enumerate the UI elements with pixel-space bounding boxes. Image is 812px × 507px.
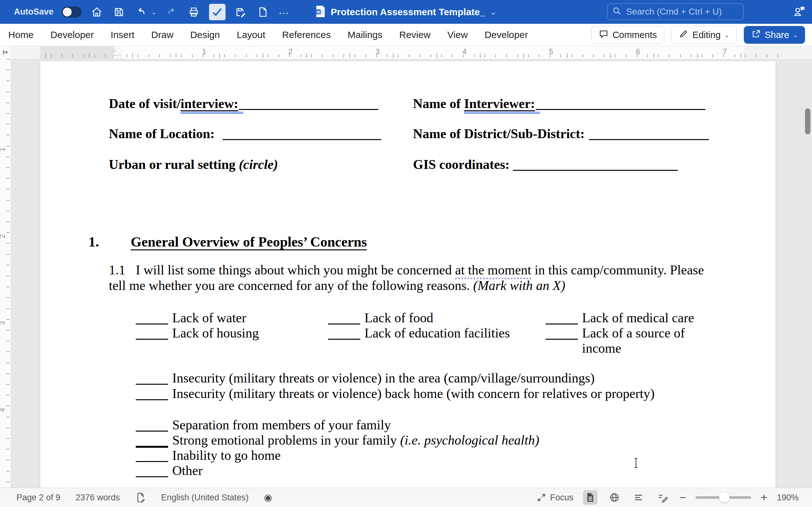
tab-view[interactable]: View (447, 30, 467, 40)
fill-in-blank (136, 433, 168, 448)
comment-icon (599, 29, 609, 41)
share-icon (751, 29, 761, 41)
comments-button[interactable]: Comments (591, 26, 664, 44)
proofing-status-icon[interactable] (135, 492, 146, 503)
print-icon[interactable] (187, 5, 201, 19)
focus-label: Focus (550, 493, 573, 503)
contact-support-icon[interactable] (793, 4, 806, 19)
title-dropdown-chevron-icon[interactable]: ⌄ (490, 8, 496, 16)
checklist-item: Lack of food (328, 310, 537, 326)
zoom-out-button[interactable]: − (679, 492, 686, 503)
checkbox-content-control-button[interactable] (209, 4, 225, 20)
tab-mailings[interactable]: Mailings (348, 30, 383, 40)
section-number: 1. (89, 234, 131, 250)
ruler-number: 2 (288, 48, 293, 56)
field-gis: GIS coordinates: (413, 157, 678, 172)
fill-in-blank (589, 138, 709, 140)
autosave-toggle[interactable] (62, 7, 82, 17)
svg-text:W: W (316, 10, 320, 14)
share-chevron-icon: ⌄ (793, 32, 798, 39)
concern-column-2: Lack of food Lack of education facilitie… (328, 310, 537, 341)
save-as-icon[interactable] (234, 5, 248, 19)
horizontal-ruler: 1 2 3 4 5 6 7 (0, 46, 812, 59)
undo-dropdown-chevron-icon[interactable]: ⌄ (151, 8, 157, 16)
ruler-number: 3 (375, 48, 380, 56)
checklist-label: Lack of housing (172, 326, 259, 341)
tab-design[interactable]: Design (190, 30, 220, 40)
editing-label: Editing (693, 30, 721, 40)
undo-icon[interactable] (134, 5, 148, 19)
word-doc-icon: W (316, 5, 326, 19)
tab-references[interactable]: References (282, 30, 331, 40)
vertical-scrollbar-thumb[interactable] (805, 108, 810, 134)
fill-in-blank (223, 138, 381, 140)
tab-home[interactable]: Home (8, 30, 34, 40)
tab-insert[interactable]: Insert (111, 30, 135, 40)
pencil-icon (678, 29, 689, 41)
more-commands-icon[interactable]: … (278, 4, 290, 20)
page-indicator[interactable]: Page 2 of 9 (16, 493, 60, 503)
checklist-label: Strong emotional problems in your family (172, 433, 400, 447)
tab-review[interactable]: Review (399, 30, 430, 40)
redo-icon[interactable] (165, 5, 179, 19)
editing-mode-button[interactable]: Editing ⌄ (671, 26, 737, 44)
field-setting: Urban or rural setting (circle) (109, 157, 278, 172)
checklist-label: Lack of food (364, 310, 433, 326)
fill-in-blank (136, 310, 168, 325)
question-number: 1.1 (109, 262, 136, 278)
search-input[interactable] (625, 6, 739, 17)
spelling-status-icon[interactable]: ◉ (264, 493, 272, 502)
checklist-item: Lack of a source of income (546, 326, 725, 356)
tab-draw[interactable]: Draw (151, 30, 173, 40)
fill-in-blank (546, 326, 578, 340)
concern-column-1: Lack of water Lack of housing (136, 310, 329, 341)
insecurity-items: Insecurity (military threats or violence… (136, 371, 757, 401)
ruler-number: 5 (549, 48, 553, 56)
grammar-marked-text: interview: (181, 96, 243, 114)
print-layout-view-button[interactable] (583, 490, 598, 505)
outline-view-button[interactable] (631, 490, 646, 505)
question-1-1: 1.1I will list some things about which y… (109, 262, 713, 293)
left-indent-marker[interactable] (113, 55, 122, 59)
word-count[interactable]: 2376 words (75, 493, 120, 503)
fill-in-blank (328, 326, 360, 340)
field-date-of-visit: Date of visit/interview: (109, 96, 378, 111)
autosave-label: AutoSave (14, 7, 54, 17)
search-box[interactable] (607, 3, 744, 20)
language-selector[interactable]: English (United States) (161, 493, 249, 503)
web-layout-view-button[interactable] (607, 490, 622, 505)
vertical-ruler: 1 2 3 4 (0, 59, 11, 488)
checklist-label: Other (172, 463, 203, 478)
field-label: Urban or rural setting (109, 157, 239, 172)
checklist-item: Lack of housing (136, 326, 329, 341)
zoom-level[interactable]: 190% (777, 493, 799, 503)
editing-chevron-icon: ⌄ (724, 32, 729, 39)
checklist-item: Lack of education facilities (328, 326, 537, 341)
checklist-label-italic: (i.e. psychological health) (400, 433, 540, 447)
tab-developer-2[interactable]: Developer (485, 30, 528, 40)
new-document-icon[interactable] (256, 5, 270, 19)
tab-layout[interactable]: Layout (237, 30, 265, 40)
save-icon[interactable] (112, 5, 126, 19)
field-interviewer: Name of Interviewer: (413, 96, 705, 111)
zoom-slider-thumb[interactable] (719, 493, 729, 503)
tab-selector[interactable] (0, 46, 11, 59)
ribbon-tab-row: Home Developer Insert Draw Design Layout… (0, 24, 812, 46)
checklist-label: Insecurity (military threats or violence… (172, 371, 595, 386)
zoom-in-button[interactable]: + (761, 492, 767, 503)
home-icon[interactable] (90, 5, 104, 19)
tab-developer-1[interactable]: Developer (50, 30, 94, 40)
zoom-slider[interactable] (696, 496, 751, 499)
draft-view-button[interactable] (655, 490, 670, 505)
field-label: Date of visit/ (109, 96, 181, 111)
document-title[interactable]: Protection Assessment Template_ (331, 7, 485, 17)
document-page[interactable]: Date of visit/interview: Name of Intervi… (40, 61, 775, 488)
focus-button[interactable]: Focus (537, 493, 573, 503)
document-area: 1 2 3 4 Date of visit/interview: Name of… (0, 59, 812, 488)
share-button[interactable]: Share ⌄ (744, 26, 805, 44)
checklist-label: Inability to go home (172, 448, 281, 463)
checklist-item: Lack of water (136, 310, 329, 326)
checklist-label: Lack of education facilities (364, 326, 510, 341)
text-cursor (634, 458, 638, 469)
ruler-number: 2 (0, 234, 7, 238)
